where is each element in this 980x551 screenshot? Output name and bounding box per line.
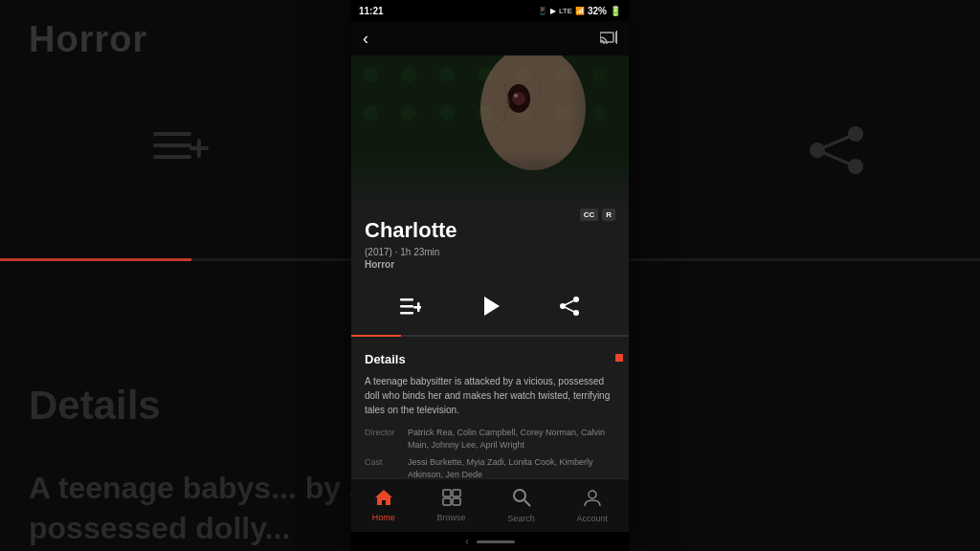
svg-point-12 [363, 67, 378, 82]
browse-icon [442, 489, 461, 511]
home-gesture[interactable] [477, 540, 515, 543]
movie-title: Charlotte [365, 218, 615, 243]
details-section: Details A teenage babysitter is attacked… [351, 342, 629, 478]
account-label: Account [577, 514, 609, 523]
svg-point-14 [439, 67, 455, 82]
progress-container [351, 335, 629, 342]
svg-rect-36 [413, 306, 421, 309]
nav-browse[interactable]: Browse [428, 485, 476, 526]
svg-rect-31 [351, 151, 629, 209]
svg-point-48 [514, 490, 525, 501]
svg-line-49 [524, 500, 530, 506]
status-time: 11:21 [359, 6, 384, 16]
svg-point-19 [363, 105, 378, 121]
nav-account[interactable]: Account [568, 484, 618, 527]
svg-rect-47 [453, 498, 460, 505]
svg-rect-1 [153, 143, 191, 147]
bg-add-icon [153, 124, 211, 183]
svg-rect-0 [153, 132, 191, 136]
share-button[interactable] [550, 287, 589, 325]
play-button[interactable] [471, 287, 509, 325]
movie-poster [351, 55, 629, 209]
svg-line-8 [817, 134, 856, 150]
bg-share-icon [808, 124, 865, 187]
r-badge: R [602, 209, 615, 221]
add-to-list-button[interactable] [391, 287, 430, 325]
svg-line-9 [817, 150, 856, 166]
svg-rect-32 [400, 298, 413, 301]
cast-value: Jessi Burkette, Myia Zadi, Lonita Cook, … [408, 456, 615, 478]
svg-rect-33 [400, 305, 413, 308]
svg-rect-44 [443, 490, 451, 496]
cast-icon[interactable] [600, 31, 617, 47]
rating-badges: CC R [580, 209, 615, 221]
progress-fill [351, 335, 401, 337]
home-icon [374, 489, 393, 511]
cc-badge: CC [580, 209, 599, 221]
search-icon [512, 488, 531, 512]
movie-meta: (2017) · 1h 23min [365, 247, 615, 257]
home-label: Home [372, 513, 395, 522]
svg-rect-46 [443, 498, 451, 505]
svg-rect-45 [453, 490, 460, 496]
svg-point-28 [512, 92, 525, 105]
svg-line-41 [563, 299, 576, 306]
progress-track [351, 335, 629, 337]
director-value: Patrick Rea, Colin Campbell, Corey Norma… [408, 427, 615, 451]
svg-point-20 [401, 105, 416, 121]
svg-point-29 [514, 94, 518, 98]
svg-point-21 [439, 105, 455, 121]
svg-line-42 [563, 306, 576, 313]
bg-horror-label: Horror [29, 19, 147, 60]
back-gesture[interactable]: ‹ [465, 535, 469, 548]
svg-rect-2 [153, 155, 191, 159]
nav-search[interactable]: Search [498, 484, 545, 527]
cast-label: Cast [365, 456, 408, 478]
search-label: Search [507, 514, 535, 523]
bg-details-label: Details [29, 383, 161, 429]
svg-point-13 [401, 67, 416, 82]
cast-row: Cast Jessi Burkette, Myia Zadi, Lonita C… [365, 456, 615, 478]
movie-genre: Horror [365, 259, 615, 270]
account-icon [583, 488, 602, 512]
back-button[interactable]: ‹ [363, 29, 368, 49]
director-label: Director [365, 427, 408, 451]
scroll-indicator [615, 354, 623, 362]
svg-marker-37 [484, 297, 500, 316]
details-section-title: Details [365, 352, 615, 366]
movie-description: A teenage babysitter is attacked by a vi… [365, 374, 615, 417]
bottom-nav: Home Browse Search [351, 478, 629, 532]
svg-point-50 [589, 491, 596, 498]
phone-header: ‹ [351, 21, 629, 55]
svg-rect-4 [189, 146, 209, 150]
status-battery: 32% [588, 6, 607, 16]
svg-rect-34 [400, 312, 413, 315]
browse-label: Browse [437, 513, 466, 522]
movie-info: Charlotte (2017) · 1h 23min Horror CC R [351, 209, 629, 277]
nav-home[interactable]: Home [363, 485, 405, 526]
svg-marker-43 [375, 490, 392, 505]
status-bar: 11:21 📱 ▶ LTE 📶 32% 🔋 [351, 0, 629, 21]
action-buttons [351, 277, 629, 335]
director-row: Director Patrick Rea, Colin Campbell, Co… [365, 427, 615, 451]
phone-frame: 11:21 📱 ▶ LTE 📶 32% 🔋 ‹ [351, 0, 629, 551]
gesture-bar: ‹ [351, 532, 629, 551]
